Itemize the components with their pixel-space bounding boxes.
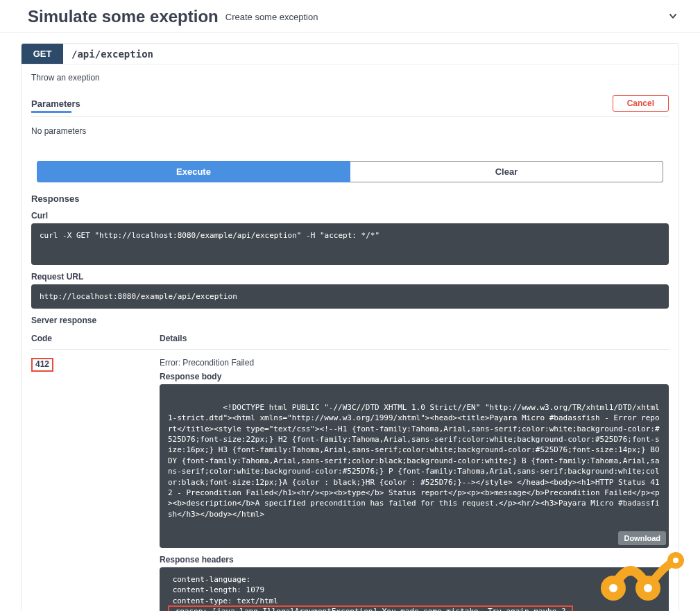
col-code: Code	[31, 334, 160, 343]
clear-button[interactable]: Clear	[350, 161, 663, 182]
operation-block: GET /api/exception Throw an exeption Par…	[21, 43, 679, 611]
operation-description: Create some exception	[225, 12, 318, 22]
curl-label: Curl	[31, 211, 669, 221]
response-body[interactable]: <!DOCTYPE html PUBLIC "-//W3C//DTD XHTML…	[160, 384, 669, 547]
operation-summary-bar[interactable]: GET /api/exception	[22, 44, 678, 64]
chevron-down-icon[interactable]	[667, 10, 679, 24]
cancel-button[interactable]: Cancel	[613, 95, 669, 112]
endpoint-path: /api/exception	[63, 49, 153, 60]
curl-output[interactable]: curl -X GET "http://localhost:8080/examp…	[31, 223, 669, 265]
server-response-row: 412 Error: Precondition Failed Response …	[31, 350, 669, 611]
request-url-label: Request URL	[31, 272, 669, 282]
parameters-header: Parameters Cancel	[31, 95, 669, 117]
no-parameters-text: No parameters	[31, 117, 669, 157]
col-details: Details	[160, 334, 669, 343]
logo-icon	[596, 540, 693, 604]
operation-header[interactable]: Simulate some exeption Create some excep…	[0, 0, 700, 33]
error-text: Error: Precondition Failed	[160, 358, 669, 368]
server-response-table-header: Code Details	[31, 328, 669, 350]
response-headers-label: Response headers	[160, 555, 669, 565]
response-headers[interactable]: content-language: content-length: 1079 c…	[160, 567, 669, 611]
svg-point-5	[673, 558, 678, 563]
responses-heading: Responses	[31, 193, 669, 204]
method-badge: GET	[22, 44, 63, 64]
execute-button[interactable]: Execute	[37, 161, 350, 182]
svg-point-3	[609, 584, 617, 592]
request-url-value[interactable]: http://localhost:8080/example/api/except…	[31, 284, 669, 309]
svg-point-4	[644, 584, 652, 592]
operation-title: Simulate some exeption	[28, 7, 219, 26]
response-body-label: Response body	[160, 372, 669, 381]
operation-summary-text: Throw an exeption	[31, 73, 669, 83]
reason-header-highlighted: reason: [java.lang.IllegalArgumentExcept…	[168, 605, 573, 611]
server-response-label: Server response	[31, 316, 669, 325]
response-code: 412	[31, 358, 53, 372]
